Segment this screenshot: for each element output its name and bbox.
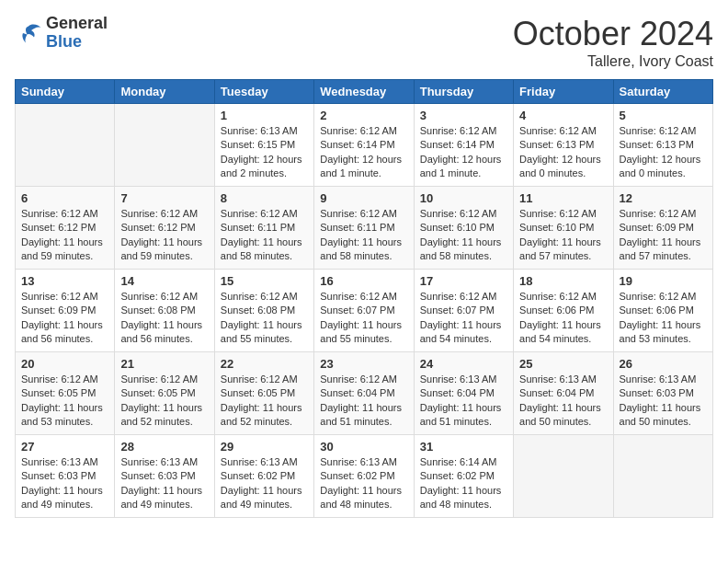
day-number: 23: [320, 357, 407, 371]
day-number: 31: [420, 440, 507, 454]
day-number: 1: [221, 109, 308, 122]
cell-info: Sunrise: 6:12 AM Sunset: 6:14 PM Dayligh…: [420, 124, 507, 181]
calendar-cell: [613, 435, 712, 518]
day-number: 6: [21, 191, 108, 205]
cell-info: Sunrise: 6:12 AM Sunset: 6:05 PM Dayligh…: [221, 373, 308, 430]
cell-info: Sunrise: 6:12 AM Sunset: 6:07 PM Dayligh…: [420, 290, 507, 347]
header-day-sunday: Sunday: [16, 80, 115, 104]
day-number: 11: [519, 191, 607, 205]
calendar-cell: 6Sunrise: 6:12 AM Sunset: 6:12 PM Daylig…: [16, 187, 115, 270]
calendar-cell: 8Sunrise: 6:12 AM Sunset: 6:11 PM Daylig…: [214, 187, 313, 270]
calendar-cell: 31Sunrise: 6:14 AM Sunset: 6:02 PM Dayli…: [414, 435, 513, 518]
calendar-cell: 20Sunrise: 6:12 AM Sunset: 6:05 PM Dayli…: [16, 352, 115, 435]
day-number: 24: [420, 357, 507, 371]
cell-info: Sunrise: 6:13 AM Sunset: 6:15 PM Dayligh…: [221, 124, 308, 181]
day-number: 3: [420, 109, 507, 122]
day-number: 12: [620, 191, 707, 205]
header: General Blue October 2024 Tallere, Ivory…: [15, 15, 713, 70]
cell-info: Sunrise: 6:13 AM Sunset: 6:04 PM Dayligh…: [519, 373, 607, 430]
cell-info: Sunrise: 6:12 AM Sunset: 6:13 PM Dayligh…: [519, 124, 607, 181]
calendar-cell: 27Sunrise: 6:13 AM Sunset: 6:03 PM Dayli…: [16, 435, 115, 518]
header-day-friday: Friday: [514, 80, 613, 104]
cell-info: Sunrise: 6:12 AM Sunset: 6:05 PM Dayligh…: [120, 373, 208, 430]
cell-info: Sunrise: 6:12 AM Sunset: 6:07 PM Dayligh…: [320, 290, 407, 347]
calendar-cell: 10Sunrise: 6:12 AM Sunset: 6:10 PM Dayli…: [414, 187, 513, 270]
calendar-cell: 9Sunrise: 6:12 AM Sunset: 6:11 PM Daylig…: [314, 187, 414, 270]
calendar-cell: 30Sunrise: 6:13 AM Sunset: 6:02 PM Dayli…: [314, 435, 414, 518]
day-number: 25: [519, 357, 607, 371]
cell-info: Sunrise: 6:14 AM Sunset: 6:02 PM Dayligh…: [420, 455, 507, 512]
day-number: 8: [221, 191, 308, 205]
week-row-1: 1Sunrise: 6:13 AM Sunset: 6:15 PM Daylig…: [16, 104, 713, 187]
calendar-cell: [115, 104, 214, 187]
cell-info: Sunrise: 6:13 AM Sunset: 6:03 PM Dayligh…: [620, 373, 707, 430]
calendar-cell: 16Sunrise: 6:12 AM Sunset: 6:07 PM Dayli…: [314, 270, 414, 352]
calendar-cell: 17Sunrise: 6:12 AM Sunset: 6:07 PM Dayli…: [414, 270, 513, 352]
day-number: 26: [620, 357, 707, 371]
cell-info: Sunrise: 6:13 AM Sunset: 6:02 PM Dayligh…: [320, 455, 407, 512]
day-number: 18: [519, 274, 607, 288]
day-number: 28: [120, 440, 208, 454]
cell-info: Sunrise: 6:12 AM Sunset: 6:12 PM Dayligh…: [21, 207, 108, 264]
calendar-cell: 4Sunrise: 6:12 AM Sunset: 6:13 PM Daylig…: [514, 104, 613, 187]
calendar-cell: 7Sunrise: 6:12 AM Sunset: 6:12 PM Daylig…: [115, 187, 214, 270]
calendar-cell: 18Sunrise: 6:12 AM Sunset: 6:06 PM Dayli…: [514, 270, 613, 352]
logo-text: General Blue: [46, 15, 108, 52]
calendar-cell: 13Sunrise: 6:12 AM Sunset: 6:09 PM Dayli…: [16, 270, 115, 352]
calendar-cell: 15Sunrise: 6:12 AM Sunset: 6:08 PM Dayli…: [214, 270, 313, 352]
day-number: 20: [21, 357, 108, 371]
calendar-cell: 11Sunrise: 6:12 AM Sunset: 6:10 PM Dayli…: [514, 187, 613, 270]
week-row-5: 27Sunrise: 6:13 AM Sunset: 6:03 PM Dayli…: [16, 435, 713, 518]
day-number: 17: [420, 274, 507, 288]
calendar-cell: [514, 435, 613, 518]
calendar-cell: 5Sunrise: 6:12 AM Sunset: 6:13 PM Daylig…: [613, 104, 712, 187]
day-number: 16: [320, 274, 407, 288]
logo-blue: Blue: [46, 33, 108, 52]
logo-general: General: [46, 15, 108, 33]
day-number: 4: [519, 109, 607, 122]
cell-info: Sunrise: 6:12 AM Sunset: 6:13 PM Dayligh…: [620, 124, 707, 181]
cell-info: Sunrise: 6:13 AM Sunset: 6:03 PM Dayligh…: [120, 455, 208, 512]
cell-info: Sunrise: 6:12 AM Sunset: 6:14 PM Dayligh…: [320, 124, 407, 181]
week-row-4: 20Sunrise: 6:12 AM Sunset: 6:05 PM Dayli…: [16, 352, 713, 435]
calendar-cell: 28Sunrise: 6:13 AM Sunset: 6:03 PM Dayli…: [115, 435, 214, 518]
header-day-thursday: Thursday: [414, 80, 513, 104]
calendar-cell: 12Sunrise: 6:12 AM Sunset: 6:09 PM Dayli…: [613, 187, 712, 270]
title-area: October 2024 Tallere, Ivory Coast: [513, 15, 713, 70]
cell-info: Sunrise: 6:12 AM Sunset: 6:08 PM Dayligh…: [221, 290, 308, 347]
calendar-body: 1Sunrise: 6:13 AM Sunset: 6:15 PM Daylig…: [16, 104, 713, 518]
day-number: 14: [120, 274, 208, 288]
day-number: 13: [21, 274, 108, 288]
calendar-table: SundayMondayTuesdayWednesdayThursdayFrid…: [15, 79, 713, 518]
cell-info: Sunrise: 6:13 AM Sunset: 6:03 PM Dayligh…: [21, 455, 108, 512]
day-number: 21: [120, 357, 208, 371]
cell-info: Sunrise: 6:12 AM Sunset: 6:09 PM Dayligh…: [620, 207, 707, 264]
week-row-3: 13Sunrise: 6:12 AM Sunset: 6:09 PM Dayli…: [16, 270, 713, 352]
cell-info: Sunrise: 6:12 AM Sunset: 6:05 PM Dayligh…: [21, 373, 108, 430]
month-title: October 2024: [513, 15, 713, 53]
calendar-cell: 29Sunrise: 6:13 AM Sunset: 6:02 PM Dayli…: [214, 435, 313, 518]
calendar-cell: 14Sunrise: 6:12 AM Sunset: 6:08 PM Dayli…: [115, 270, 214, 352]
header-day-wednesday: Wednesday: [314, 80, 414, 104]
header-row: SundayMondayTuesdayWednesdayThursdayFrid…: [16, 80, 713, 104]
day-number: 19: [620, 274, 707, 288]
location-title: Tallere, Ivory Coast: [513, 53, 713, 70]
cell-info: Sunrise: 6:12 AM Sunset: 6:10 PM Dayligh…: [420, 207, 507, 264]
day-number: 10: [420, 191, 507, 205]
day-number: 2: [320, 109, 407, 122]
calendar-cell: 25Sunrise: 6:13 AM Sunset: 6:04 PM Dayli…: [514, 352, 613, 435]
calendar-cell: 19Sunrise: 6:12 AM Sunset: 6:06 PM Dayli…: [613, 270, 712, 352]
calendar-cell: 23Sunrise: 6:12 AM Sunset: 6:04 PM Dayli…: [314, 352, 414, 435]
calendar-cell: 24Sunrise: 6:13 AM Sunset: 6:04 PM Dayli…: [414, 352, 513, 435]
cell-info: Sunrise: 6:12 AM Sunset: 6:11 PM Dayligh…: [221, 207, 308, 264]
header-day-saturday: Saturday: [613, 80, 712, 104]
header-day-monday: Monday: [115, 80, 214, 104]
day-number: 9: [320, 191, 407, 205]
day-number: 29: [221, 440, 308, 454]
day-number: 7: [120, 191, 208, 205]
calendar-cell: 21Sunrise: 6:12 AM Sunset: 6:05 PM Dayli…: [115, 352, 214, 435]
day-number: 27: [21, 440, 108, 454]
cell-info: Sunrise: 6:12 AM Sunset: 6:04 PM Dayligh…: [320, 373, 407, 430]
day-number: 30: [320, 440, 407, 454]
day-number: 15: [221, 274, 308, 288]
